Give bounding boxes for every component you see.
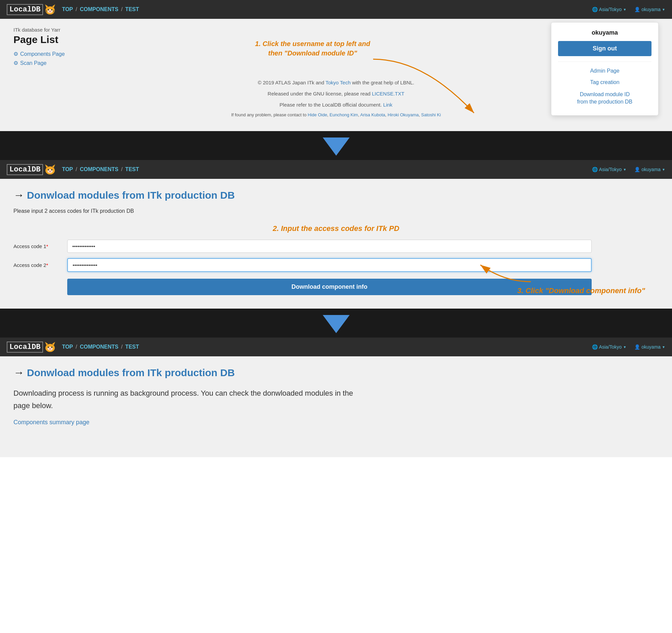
navbar-brand-2[interactable]: LocalDB: [7, 163, 56, 176]
user-icon-3: 👤: [634, 344, 640, 349]
cat-icon: [44, 3, 56, 16]
svg-point-26: [48, 347, 49, 348]
arrow-section-2-3: [0, 311, 672, 338]
nav-test-2[interactable]: TEST: [125, 166, 139, 172]
nav-links-2: TOP / COMPONENTS / TEST: [62, 166, 592, 172]
nav-right: 🌐 Asia/Tokyo ▼ 👤 okuyama ▼: [592, 7, 665, 12]
nav-test[interactable]: TEST: [125, 6, 139, 13]
username-label-2: okuyama: [642, 167, 661, 172]
tag-creation-link[interactable]: Tag creation: [558, 77, 651, 88]
svg-point-4: [48, 9, 49, 10]
logo-box: LocalDB: [7, 4, 43, 15]
dropdown-username: okuyama: [558, 29, 651, 36]
navbar-brand-3[interactable]: LocalDB: [7, 341, 56, 353]
dropdown-divider: [558, 62, 651, 62]
logo-box-2: LocalDB: [7, 164, 43, 175]
navbar-section3: LocalDB TOP / COMPONENTS / TEST 🌐 Asia/T…: [0, 338, 672, 356]
section2-title: → Donwload modules from ITk production D…: [14, 189, 658, 201]
nav-top-3[interactable]: TOP: [62, 344, 73, 350]
annotation-2: 2. Input the access codes for ITk PD: [14, 224, 658, 233]
nav-sep2: /: [121, 6, 122, 13]
timezone-label-2: Asia/Tokyo: [599, 167, 622, 172]
section3-title: → Donwload modules from ITk production D…: [14, 366, 658, 379]
nav-components-2[interactable]: COMPONENTS: [80, 166, 118, 172]
user-menu-3[interactable]: 👤 okuyama ▼: [634, 344, 665, 349]
nav-top[interactable]: TOP: [62, 6, 73, 13]
contact-2[interactable]: Eunchong Kim: [330, 112, 358, 117]
arrow-1: [356, 52, 491, 126]
nav-top-2[interactable]: TOP: [62, 166, 73, 172]
contact-1[interactable]: Hide Oide: [308, 112, 327, 117]
svg-point-28: [49, 348, 51, 349]
arrow-3: [470, 255, 537, 288]
nav-components-3[interactable]: COMPONENTS: [80, 344, 118, 350]
nav-sep5: /: [76, 344, 77, 350]
nav-right-3: 🌐 Asia/Tokyo ▼ 👤 okuyama ▼: [592, 344, 665, 349]
dropdown-popup: okuyama Sign out Admin Page Tag creation…: [551, 22, 658, 116]
logo-text-3: LocalDB: [9, 343, 40, 351]
down-arrow-1: [323, 138, 350, 156]
user-caret-3: ▼: [662, 345, 665, 349]
nav-sep1: /: [76, 6, 77, 13]
components-page-label: Components Page: [20, 51, 65, 57]
navbar-section1: LocalDB TOP / COMPONENTS / TEST 🌐 Asia/T…: [0, 0, 672, 19]
down-arrow-2: [323, 315, 350, 333]
nav-test-3[interactable]: TEST: [125, 344, 139, 350]
access-code-1-input[interactable]: [67, 240, 592, 253]
nav-components[interactable]: COMPONENTS: [80, 6, 118, 13]
username-label: okuyama: [642, 7, 661, 12]
arrow-icon: →: [14, 189, 24, 201]
svg-point-5: [51, 9, 52, 10]
sign-out-button[interactable]: Sign out: [558, 41, 651, 56]
globe-icon: 🌐: [592, 7, 598, 12]
timezone-caret-2: ▼: [623, 168, 626, 171]
section2-subtitle: Please input 2 access codes for ITk prod…: [14, 208, 658, 214]
cat-icon-2: [44, 163, 56, 176]
logo-box-3: LocalDB: [7, 342, 43, 352]
arrow-section-1-2: [0, 133, 672, 160]
nav-links-3: TOP / COMPONENTS / TEST: [62, 344, 592, 350]
section3-body: Downloading process is running as backgr…: [14, 387, 585, 412]
section2: → Donwload modules from ITk production D…: [0, 179, 672, 311]
svg-point-20: [49, 171, 51, 172]
user-caret: ▼: [662, 8, 665, 11]
svg-point-27: [51, 347, 52, 348]
gear-icon-2: ⚙: [14, 60, 18, 66]
nav-sep6: /: [121, 344, 122, 350]
timezone-selector[interactable]: 🌐 Asia/Tokyo ▼: [592, 7, 627, 12]
section2-title-text: Donwload modules from ITk production DB: [27, 190, 235, 201]
user-caret-2: ▼: [662, 168, 665, 171]
user-icon-2: 👤: [634, 167, 640, 172]
download-module-id-link[interactable]: Download module IDfrom the production DB: [558, 88, 651, 108]
section3: → Donwload modules from ITk production D…: [0, 356, 672, 457]
timezone-label: Asia/Tokyo: [599, 7, 622, 12]
form-group-2: Access code 2*: [14, 258, 658, 272]
gear-icon-1: ⚙: [14, 51, 18, 57]
timezone-selector-3[interactable]: 🌐 Asia/Tokyo ▼: [592, 344, 627, 349]
cat-icon-3: [44, 341, 56, 353]
access-code-2-label: Access code 2*: [14, 262, 67, 268]
scan-page-label: Scan Page: [20, 60, 46, 66]
admin-page-link[interactable]: Admin Page: [558, 65, 651, 77]
globe-icon-3: 🌐: [592, 344, 598, 349]
user-menu[interactable]: 👤 okuyama ▼: [634, 7, 665, 12]
components-summary-link[interactable]: Components summary page: [14, 419, 90, 425]
tokyotech-link[interactable]: Tokyo Tech: [326, 80, 351, 86]
timezone-selector-2[interactable]: 🌐 Asia/Tokyo ▼: [592, 167, 627, 172]
globe-icon-2: 🌐: [592, 167, 598, 172]
nav-right-2: 🌐 Asia/Tokyo ▼ 👤 okuyama ▼: [592, 167, 665, 172]
access-code-1-label: Access code 1*: [14, 243, 67, 249]
section1: ITk database for Yarr Page List ⚙ Compon…: [0, 19, 672, 133]
nav-links: TOP / COMPONENTS / TEST: [62, 6, 592, 13]
svg-point-6: [49, 11, 51, 12]
user-menu-2[interactable]: 👤 okuyama ▼: [634, 167, 665, 172]
nav-sep4: /: [121, 166, 122, 172]
nav-sep3: /: [76, 166, 77, 172]
timezone-label-3: Asia/Tokyo: [599, 344, 622, 349]
section3-title-text: Donwload modules from ITk production DB: [27, 367, 235, 379]
user-icon: 👤: [634, 7, 640, 12]
navbar-brand[interactable]: LocalDB: [7, 3, 56, 16]
timezone-caret-3: ▼: [623, 345, 626, 349]
required-1: *: [46, 243, 48, 249]
logo-text-2: LocalDB: [9, 165, 40, 174]
